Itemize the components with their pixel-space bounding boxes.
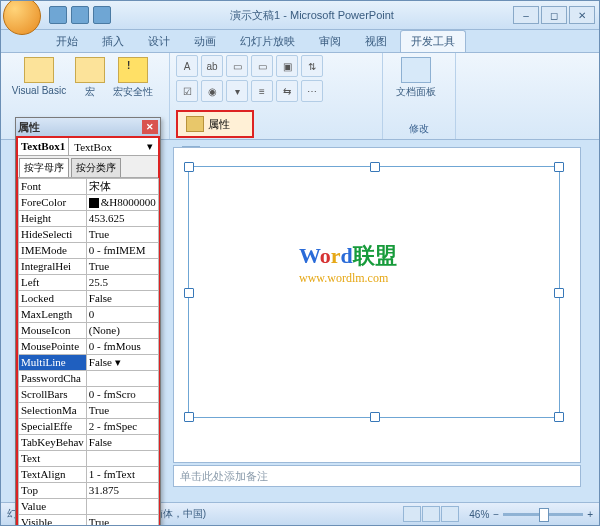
property-value[interactable]: True bbox=[86, 227, 158, 243]
redo-icon[interactable] bbox=[93, 6, 111, 24]
document-panel-button[interactable]: 文档面板 bbox=[389, 55, 443, 101]
tab-categorized[interactable]: 按分类序 bbox=[71, 158, 121, 177]
property-value[interactable]: False bbox=[86, 291, 158, 307]
tab-insert[interactable]: 插入 bbox=[91, 30, 135, 52]
resize-handle-n[interactable] bbox=[370, 162, 380, 172]
property-value[interactable]: 0 - fmMous bbox=[86, 339, 158, 355]
scrollbar-control-icon[interactable]: ⇅ bbox=[301, 55, 323, 77]
zoom-slider[interactable] bbox=[503, 513, 583, 516]
maximize-button[interactable]: ◻ bbox=[541, 6, 567, 24]
resize-handle-sw[interactable] bbox=[184, 412, 194, 422]
property-row[interactable]: MousePointe0 - fmMous bbox=[19, 339, 159, 355]
resize-handle-nw[interactable] bbox=[184, 162, 194, 172]
listbox-control-icon[interactable]: ≡ bbox=[251, 80, 273, 102]
zoom-out-button[interactable]: − bbox=[493, 509, 499, 520]
property-value[interactable]: True bbox=[86, 403, 158, 419]
combobox-control-icon[interactable]: ▾ bbox=[226, 80, 248, 102]
macros-button[interactable]: 宏 bbox=[75, 55, 105, 101]
zoom-in-button[interactable]: + bbox=[587, 509, 593, 520]
resize-handle-se[interactable] bbox=[554, 412, 564, 422]
tab-design[interactable]: 设计 bbox=[137, 30, 181, 52]
undo-icon[interactable] bbox=[71, 6, 89, 24]
notes-pane[interactable]: 单击此处添加备注 bbox=[173, 465, 581, 487]
save-icon[interactable] bbox=[49, 6, 67, 24]
minimize-button[interactable]: – bbox=[513, 6, 539, 24]
property-row[interactable]: MaxLength0 bbox=[19, 307, 159, 323]
property-row[interactable]: Left25.5 bbox=[19, 275, 159, 291]
image-control-icon[interactable]: ▣ bbox=[276, 55, 298, 77]
textbox-control-icon[interactable]: ab bbox=[201, 55, 223, 77]
property-row[interactable]: LockedFalse bbox=[19, 291, 159, 307]
commandbutton-control-icon[interactable]: ▭ bbox=[251, 55, 273, 77]
property-row[interactable]: PasswordCha bbox=[19, 371, 159, 387]
property-value[interactable]: 0 - fmIMEM bbox=[86, 243, 158, 259]
property-value[interactable]: False bbox=[86, 435, 158, 451]
property-value[interactable]: 31.875 bbox=[86, 483, 158, 499]
property-row[interactable]: Text bbox=[19, 451, 159, 467]
chevron-down-icon[interactable]: ▾ bbox=[112, 356, 121, 368]
property-value[interactable]: 2 - fmSpec bbox=[86, 419, 158, 435]
property-row[interactable]: Font宋体 bbox=[19, 179, 159, 195]
property-row[interactable]: HideSelectiTrue bbox=[19, 227, 159, 243]
macro-security-button[interactable]: 宏安全性 bbox=[109, 55, 157, 101]
property-row[interactable]: MouseIcon(None) bbox=[19, 323, 159, 339]
property-value[interactable]: 0 - fmScro bbox=[86, 387, 158, 403]
property-value[interactable] bbox=[86, 371, 158, 387]
properties-close-button[interactable]: ✕ bbox=[142, 120, 158, 134]
normal-view-icon[interactable] bbox=[403, 506, 421, 522]
toggle-control-icon[interactable]: ⇆ bbox=[276, 80, 298, 102]
slide-canvas[interactable]: Word联盟 www.wordlm.com bbox=[173, 147, 581, 463]
property-value[interactable] bbox=[86, 499, 158, 515]
tab-view[interactable]: 视图 bbox=[354, 30, 398, 52]
resize-handle-s[interactable] bbox=[370, 412, 380, 422]
object-selector[interactable]: TextBox1 TextBox▾ bbox=[18, 138, 158, 156]
property-value[interactable] bbox=[86, 451, 158, 467]
properties-button[interactable]: 属性 bbox=[176, 110, 254, 138]
property-row[interactable]: ForeColor&H8000000 bbox=[19, 195, 159, 211]
spin-control-icon[interactable]: ▭ bbox=[226, 55, 248, 77]
property-value[interactable]: 宋体 bbox=[86, 179, 158, 195]
property-value[interactable]: (None) bbox=[86, 323, 158, 339]
property-row[interactable]: IntegralHeiTrue bbox=[19, 259, 159, 275]
property-value[interactable]: 0 bbox=[86, 307, 158, 323]
zoom-thumb[interactable] bbox=[539, 508, 549, 522]
property-row[interactable]: SpecialEffe2 - fmSpec bbox=[19, 419, 159, 435]
properties-window[interactable]: 属性 ✕ TextBox1 TextBox▾ 按字母序 按分类序 Font宋体F… bbox=[15, 117, 161, 526]
option-control-icon[interactable]: ◉ bbox=[201, 80, 223, 102]
property-row[interactable]: Top31.875 bbox=[19, 483, 159, 499]
tab-developer[interactable]: 开发工具 bbox=[400, 30, 466, 52]
property-row[interactable]: TabKeyBehavFalse bbox=[19, 435, 159, 451]
property-value[interactable]: &H8000000 bbox=[86, 195, 158, 211]
tab-alphabetic[interactable]: 按字母序 bbox=[19, 158, 69, 177]
resize-handle-ne[interactable] bbox=[554, 162, 564, 172]
properties-grid[interactable]: Font宋体ForeColor&H8000000Height453.625Hid… bbox=[18, 178, 159, 526]
properties-titlebar[interactable]: 属性 ✕ bbox=[16, 118, 160, 136]
tab-slideshow[interactable]: 幻灯片放映 bbox=[229, 30, 306, 52]
property-row[interactable]: SelectionMaTrue bbox=[19, 403, 159, 419]
more-controls-icon[interactable]: ⋯ bbox=[301, 80, 323, 102]
property-row[interactable]: IMEMode0 - fmIMEM bbox=[19, 243, 159, 259]
slideshow-view-icon[interactable] bbox=[441, 506, 459, 522]
resize-handle-e[interactable] bbox=[554, 288, 564, 298]
property-value[interactable]: True bbox=[86, 515, 158, 527]
property-row[interactable]: Value bbox=[19, 499, 159, 515]
property-value[interactable]: 25.5 bbox=[86, 275, 158, 291]
property-value[interactable]: False ▾ bbox=[86, 355, 158, 371]
property-value[interactable]: 453.625 bbox=[86, 211, 158, 227]
property-value[interactable]: True bbox=[86, 259, 158, 275]
property-row[interactable]: TextAlign1 - fmText bbox=[19, 467, 159, 483]
sorter-view-icon[interactable] bbox=[422, 506, 440, 522]
resize-handle-w[interactable] bbox=[184, 288, 194, 298]
textbox-object[interactable]: Word联盟 www.wordlm.com bbox=[188, 166, 560, 418]
property-row[interactable]: ScrollBars0 - fmScro bbox=[19, 387, 159, 403]
property-value[interactable]: 1 - fmText bbox=[86, 467, 158, 483]
tab-animation[interactable]: 动画 bbox=[183, 30, 227, 52]
tab-review[interactable]: 审阅 bbox=[308, 30, 352, 52]
visual-basic-button[interactable]: Visual Basic bbox=[7, 55, 71, 98]
tab-home[interactable]: 开始 bbox=[45, 30, 89, 52]
close-button[interactable]: ✕ bbox=[569, 6, 595, 24]
checkbox-control-icon[interactable]: ☑ bbox=[176, 80, 198, 102]
property-row[interactable]: VisibleTrue bbox=[19, 515, 159, 527]
property-row[interactable]: MultiLineFalse ▾ bbox=[19, 355, 159, 371]
label-control-icon[interactable]: A bbox=[176, 55, 198, 77]
